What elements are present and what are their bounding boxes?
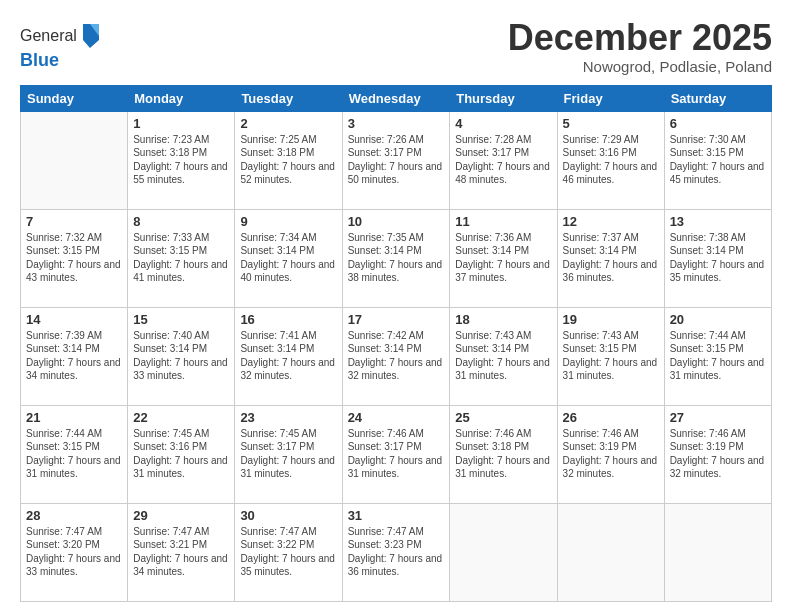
day-info: Sunrise: 7:32 AMSunset: 3:15 PMDaylight:… xyxy=(26,231,122,285)
calendar-cell: 28Sunrise: 7:47 AMSunset: 3:20 PMDayligh… xyxy=(21,503,128,601)
day-of-week-header: Tuesday xyxy=(235,85,342,111)
logo-general-text: General xyxy=(20,27,77,45)
day-info: Sunrise: 7:46 AMSunset: 3:17 PMDaylight:… xyxy=(348,427,445,481)
day-info: Sunrise: 7:42 AMSunset: 3:14 PMDaylight:… xyxy=(348,329,445,383)
calendar-cell: 9Sunrise: 7:34 AMSunset: 3:14 PMDaylight… xyxy=(235,209,342,307)
day-number: 4 xyxy=(455,116,551,131)
day-number: 26 xyxy=(563,410,659,425)
calendar-cell: 7Sunrise: 7:32 AMSunset: 3:15 PMDaylight… xyxy=(21,209,128,307)
day-info: Sunrise: 7:44 AMSunset: 3:15 PMDaylight:… xyxy=(26,427,122,481)
logo: General Blue xyxy=(20,22,101,71)
day-number: 2 xyxy=(240,116,336,131)
title-block: December 2025 Nowogrod, Podlasie, Poland xyxy=(508,18,772,75)
day-info: Sunrise: 7:28 AMSunset: 3:17 PMDaylight:… xyxy=(455,133,551,187)
day-number: 25 xyxy=(455,410,551,425)
calendar-cell: 15Sunrise: 7:40 AMSunset: 3:14 PMDayligh… xyxy=(128,307,235,405)
calendar-cell: 24Sunrise: 7:46 AMSunset: 3:17 PMDayligh… xyxy=(342,405,450,503)
day-number: 31 xyxy=(348,508,445,523)
day-info: Sunrise: 7:25 AMSunset: 3:18 PMDaylight:… xyxy=(240,133,336,187)
day-number: 7 xyxy=(26,214,122,229)
day-info: Sunrise: 7:33 AMSunset: 3:15 PMDaylight:… xyxy=(133,231,229,285)
calendar-cell xyxy=(21,111,128,209)
day-number: 6 xyxy=(670,116,766,131)
day-of-week-header: Friday xyxy=(557,85,664,111)
day-number: 14 xyxy=(26,312,122,327)
day-info: Sunrise: 7:43 AMSunset: 3:14 PMDaylight:… xyxy=(455,329,551,383)
day-number: 28 xyxy=(26,508,122,523)
day-number: 9 xyxy=(240,214,336,229)
day-number: 23 xyxy=(240,410,336,425)
day-info: Sunrise: 7:40 AMSunset: 3:14 PMDaylight:… xyxy=(133,329,229,383)
day-info: Sunrise: 7:45 AMSunset: 3:16 PMDaylight:… xyxy=(133,427,229,481)
day-info: Sunrise: 7:46 AMSunset: 3:18 PMDaylight:… xyxy=(455,427,551,481)
day-info: Sunrise: 7:46 AMSunset: 3:19 PMDaylight:… xyxy=(563,427,659,481)
day-number: 17 xyxy=(348,312,445,327)
day-number: 29 xyxy=(133,508,229,523)
calendar-cell xyxy=(450,503,557,601)
day-number: 24 xyxy=(348,410,445,425)
day-info: Sunrise: 7:35 AMSunset: 3:14 PMDaylight:… xyxy=(348,231,445,285)
day-info: Sunrise: 7:36 AMSunset: 3:14 PMDaylight:… xyxy=(455,231,551,285)
page: General Blue December 2025 Nowogrod, Pod… xyxy=(0,0,792,612)
day-info: Sunrise: 7:47 AMSunset: 3:20 PMDaylight:… xyxy=(26,525,122,579)
calendar-cell: 26Sunrise: 7:46 AMSunset: 3:19 PMDayligh… xyxy=(557,405,664,503)
day-info: Sunrise: 7:30 AMSunset: 3:15 PMDaylight:… xyxy=(670,133,766,187)
day-number: 12 xyxy=(563,214,659,229)
day-info: Sunrise: 7:47 AMSunset: 3:23 PMDaylight:… xyxy=(348,525,445,579)
day-number: 30 xyxy=(240,508,336,523)
calendar-cell: 13Sunrise: 7:38 AMSunset: 3:14 PMDayligh… xyxy=(664,209,771,307)
calendar-cell: 16Sunrise: 7:41 AMSunset: 3:14 PMDayligh… xyxy=(235,307,342,405)
day-number: 8 xyxy=(133,214,229,229)
location: Nowogrod, Podlasie, Poland xyxy=(508,58,772,75)
day-of-week-header: Monday xyxy=(128,85,235,111)
calendar-cell: 23Sunrise: 7:45 AMSunset: 3:17 PMDayligh… xyxy=(235,405,342,503)
calendar-cell: 21Sunrise: 7:44 AMSunset: 3:15 PMDayligh… xyxy=(21,405,128,503)
calendar-cell: 18Sunrise: 7:43 AMSunset: 3:14 PMDayligh… xyxy=(450,307,557,405)
day-number: 13 xyxy=(670,214,766,229)
day-number: 5 xyxy=(563,116,659,131)
day-number: 27 xyxy=(670,410,766,425)
calendar-cell xyxy=(557,503,664,601)
calendar-cell: 6Sunrise: 7:30 AMSunset: 3:15 PMDaylight… xyxy=(664,111,771,209)
calendar-cell: 2Sunrise: 7:25 AMSunset: 3:18 PMDaylight… xyxy=(235,111,342,209)
calendar-cell: 25Sunrise: 7:46 AMSunset: 3:18 PMDayligh… xyxy=(450,405,557,503)
calendar-cell: 20Sunrise: 7:44 AMSunset: 3:15 PMDayligh… xyxy=(664,307,771,405)
calendar-cell: 8Sunrise: 7:33 AMSunset: 3:15 PMDaylight… xyxy=(128,209,235,307)
calendar-cell: 17Sunrise: 7:42 AMSunset: 3:14 PMDayligh… xyxy=(342,307,450,405)
day-info: Sunrise: 7:45 AMSunset: 3:17 PMDaylight:… xyxy=(240,427,336,481)
day-number: 3 xyxy=(348,116,445,131)
calendar-cell xyxy=(664,503,771,601)
day-of-week-header: Wednesday xyxy=(342,85,450,111)
calendar-cell: 14Sunrise: 7:39 AMSunset: 3:14 PMDayligh… xyxy=(21,307,128,405)
calendar-cell: 19Sunrise: 7:43 AMSunset: 3:15 PMDayligh… xyxy=(557,307,664,405)
calendar-cell: 1Sunrise: 7:23 AMSunset: 3:18 PMDaylight… xyxy=(128,111,235,209)
day-of-week-header: Sunday xyxy=(21,85,128,111)
month-title: December 2025 xyxy=(508,18,772,58)
calendar-cell: 30Sunrise: 7:47 AMSunset: 3:22 PMDayligh… xyxy=(235,503,342,601)
calendar-cell: 11Sunrise: 7:36 AMSunset: 3:14 PMDayligh… xyxy=(450,209,557,307)
day-number: 15 xyxy=(133,312,229,327)
calendar-cell: 5Sunrise: 7:29 AMSunset: 3:16 PMDaylight… xyxy=(557,111,664,209)
day-info: Sunrise: 7:34 AMSunset: 3:14 PMDaylight:… xyxy=(240,231,336,285)
calendar-cell: 31Sunrise: 7:47 AMSunset: 3:23 PMDayligh… xyxy=(342,503,450,601)
day-info: Sunrise: 7:41 AMSunset: 3:14 PMDaylight:… xyxy=(240,329,336,383)
calendar-cell: 27Sunrise: 7:46 AMSunset: 3:19 PMDayligh… xyxy=(664,405,771,503)
calendar-cell: 29Sunrise: 7:47 AMSunset: 3:21 PMDayligh… xyxy=(128,503,235,601)
calendar-cell: 22Sunrise: 7:45 AMSunset: 3:16 PMDayligh… xyxy=(128,405,235,503)
day-info: Sunrise: 7:43 AMSunset: 3:15 PMDaylight:… xyxy=(563,329,659,383)
calendar-cell: 3Sunrise: 7:26 AMSunset: 3:17 PMDaylight… xyxy=(342,111,450,209)
day-number: 16 xyxy=(240,312,336,327)
day-info: Sunrise: 7:37 AMSunset: 3:14 PMDaylight:… xyxy=(563,231,659,285)
day-of-week-header: Thursday xyxy=(450,85,557,111)
day-number: 20 xyxy=(670,312,766,327)
day-info: Sunrise: 7:39 AMSunset: 3:14 PMDaylight:… xyxy=(26,329,122,383)
day-number: 19 xyxy=(563,312,659,327)
day-number: 10 xyxy=(348,214,445,229)
day-info: Sunrise: 7:44 AMSunset: 3:15 PMDaylight:… xyxy=(670,329,766,383)
day-number: 18 xyxy=(455,312,551,327)
day-number: 22 xyxy=(133,410,229,425)
day-of-week-header: Saturday xyxy=(664,85,771,111)
day-number: 21 xyxy=(26,410,122,425)
day-info: Sunrise: 7:29 AMSunset: 3:16 PMDaylight:… xyxy=(563,133,659,187)
day-info: Sunrise: 7:47 AMSunset: 3:22 PMDaylight:… xyxy=(240,525,336,579)
